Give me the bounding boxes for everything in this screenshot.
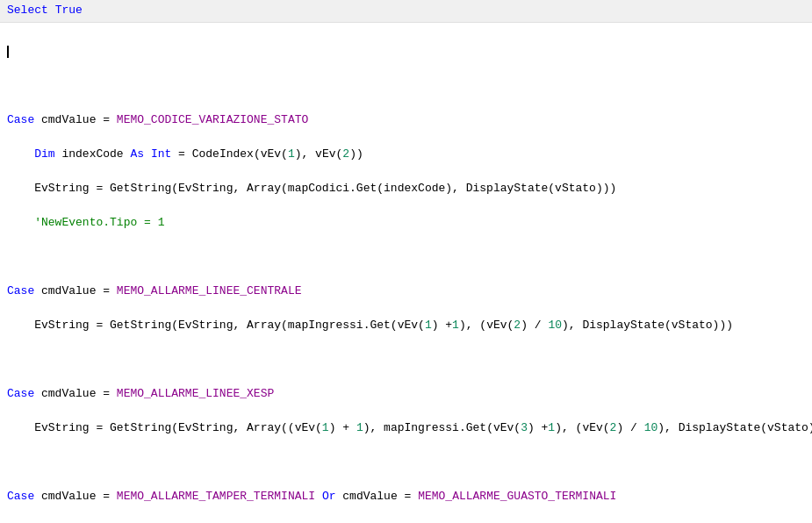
cursor-line <box>0 43 812 61</box>
line-empty-2 <box>0 248 812 266</box>
select-keyword: Select <box>7 4 48 17</box>
line-evstring-2: EvString = GetString(EvString, Array(map… <box>0 317 812 334</box>
line-case-1: Case cmdValue = MEMO_CODICE_VARIAZIONE_S… <box>0 111 812 129</box>
code-content: Case cmdValue = MEMO_CODICE_VARIAZIONE_S… <box>0 23 812 523</box>
line-case-4: Case cmdValue = MEMO_ALLARME_TAMPER_TERM… <box>0 488 812 505</box>
line-empty-1 <box>0 77 812 95</box>
line-case-2: Case cmdValue = MEMO_ALLARME_LINEE_CENTR… <box>0 283 812 300</box>
line-comment-1: 'NewEvento.Tipo = 1 <box>0 214 812 232</box>
line-evstring-1: EvString = GetString(EvString, Array(map… <box>0 180 812 197</box>
line-case-3: Case cmdValue = MEMO_ALLARME_LINEE_XESP <box>0 385 812 403</box>
line-dim: Dim indexCode As Int = CodeIndex(vEv(1),… <box>0 146 812 163</box>
line-empty-4 <box>0 454 812 471</box>
select-header: Select True <box>0 0 812 23</box>
true-keyword: True <box>55 4 83 17</box>
line-empty-3 <box>0 351 812 369</box>
code-editor[interactable]: Select True Case cmdValue = MEMO_CODICE_… <box>0 0 812 523</box>
line-evstring-3: EvString = GetString(EvString, Array((vE… <box>0 419 812 437</box>
